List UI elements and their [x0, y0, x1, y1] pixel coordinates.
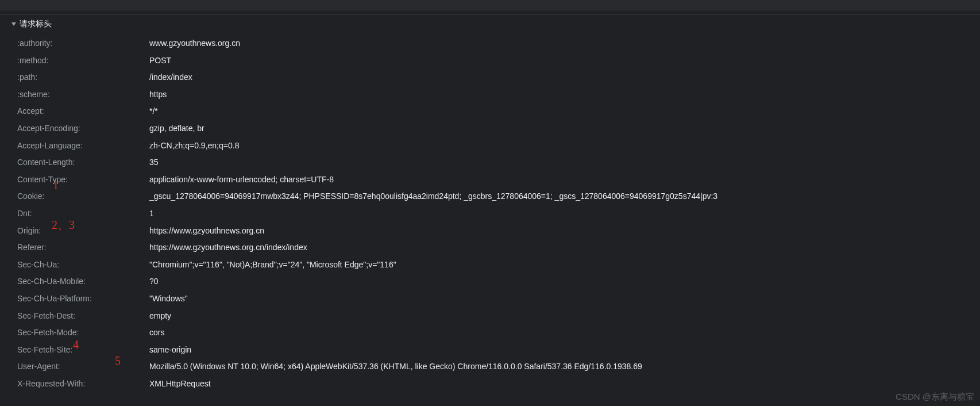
header-name: Referer: [17, 242, 149, 254]
header-value: ?0 [149, 276, 980, 288]
header-row[interactable]: Origin:https://www.gzyouthnews.org.cn [17, 223, 980, 240]
header-name: Cookie: [17, 191, 149, 202]
header-value: zh-CN,zh;q=0.9,en;q=0.8 [149, 140, 980, 152]
header-value: https://www.gzyouthnews.org.cn/index/ind… [149, 242, 980, 254]
header-name: X-Requested-With: [17, 378, 149, 390]
header-name: Sec-Fetch-Dest: [17, 311, 149, 322]
annotation-marker: 1 [53, 179, 59, 192]
header-value: XMLHttpRequest [149, 378, 980, 390]
header-row[interactable]: :authority:www.gzyouthnews.org.cn [17, 35, 980, 52]
header-value: POST [149, 55, 980, 67]
header-name: Dnt: [17, 208, 149, 220]
annotation-marker: 2、3 [52, 217, 75, 233]
header-name: Sec-Ch-Ua: [17, 259, 149, 271]
header-row[interactable]: Content-Type:application/x-www-form-urle… [17, 171, 980, 189]
header-value: gzip, deflate, br [149, 123, 980, 135]
header-value: www.gzyouthnews.org.cn [149, 38, 980, 49]
header-value: empty [149, 311, 980, 322]
header-row[interactable]: :path:/index/index [17, 69, 980, 86]
header-row[interactable]: Referer:https://www.gzyouthnews.org.cn/i… [17, 239, 980, 256]
header-value: */* [149, 106, 980, 117]
header-row[interactable]: Sec-Ch-Ua-Platform:"Windows" [17, 290, 980, 308]
header-name: Origin: [17, 225, 149, 237]
header-row[interactable]: Sec-Fetch-Dest:empty [17, 308, 980, 325]
header-value: same-origin [149, 344, 980, 356]
header-value: "Chromium";v="116", "Not)A;Brand";v="24"… [149, 259, 980, 271]
header-value: "Windows" [149, 293, 980, 305]
header-row[interactable]: X-Requested-With:XMLHttpRequest [17, 376, 980, 393]
annotation-marker: 4 [73, 338, 79, 351]
header-name: :authority: [17, 38, 149, 49]
header-row[interactable]: Dnt:1 [17, 205, 980, 223]
header-value: 1 [149, 208, 980, 220]
watermark: CSDN @东离与糖宝 [896, 392, 974, 403]
header-row[interactable]: Sec-Ch-Ua:"Chromium";v="116", "Not)A;Bra… [17, 256, 980, 274]
section-title: 请求标头 [20, 19, 52, 28]
header-row[interactable]: Sec-Ch-Ua-Mobile:?0 [17, 273, 980, 290]
header-value: application/x-www-form-urlencoded; chars… [149, 174, 980, 186]
header-row[interactable]: Cookie:_gscu_1278064006=94069917mwbx3z44… [17, 188, 980, 205]
header-name: Sec-Fetch-Site: [17, 344, 149, 356]
headers-list: :authority:www.gzyouthnews.org.cn:method… [0, 34, 980, 393]
header-name: Content-Type: [17, 174, 149, 186]
header-name: :method: [17, 55, 149, 67]
header-name: :path: [17, 72, 149, 83]
header-value: https [149, 89, 980, 101]
header-row[interactable]: User-Agent:Mozilla/5.0 (Windows NT 10.0;… [17, 358, 980, 376]
header-row[interactable]: Accept:*/* [17, 103, 980, 120]
header-name: Accept: [17, 106, 149, 117]
header-value: /index/index [149, 72, 980, 83]
header-value: cors [149, 327, 980, 339]
header-name: Sec-Ch-Ua-Platform: [17, 293, 149, 305]
header-row[interactable]: Sec-Fetch-Mode:cors [17, 324, 980, 342]
header-value: https://www.gzyouthnews.org.cn [149, 225, 980, 237]
header-row[interactable]: Content-Length:35 [17, 154, 980, 171]
header-name: Content-Length: [17, 157, 149, 168]
header-value: 35 [149, 157, 980, 168]
header-row[interactable]: Accept-Language:zh-CN,zh;q=0.9,en;q=0.8 [17, 137, 980, 155]
header-name: Sec-Fetch-Mode: [17, 327, 149, 339]
header-row[interactable]: Accept-Encoding:gzip, deflate, br [17, 120, 980, 137]
request-headers-section[interactable]: 请求标头 [0, 14, 980, 34]
header-row[interactable]: Sec-Fetch-Site:same-origin [17, 342, 980, 359]
header-value: Mozilla/5.0 (Windows NT 10.0; Win64; x64… [149, 361, 980, 373]
top-bar [0, 0, 980, 10]
header-row[interactable]: :method:POST [17, 52, 980, 70]
annotation-marker: 5 [115, 354, 121, 367]
header-name: Accept-Encoding: [17, 123, 149, 135]
header-value: _gscu_1278064006=94069917mwbx3z44; PHPSE… [149, 191, 980, 202]
header-name: :scheme: [17, 89, 149, 101]
header-row[interactable]: :scheme:https [17, 86, 980, 104]
header-name: Accept-Language: [17, 140, 149, 152]
header-name: User-Agent: [17, 361, 149, 373]
header-name: Sec-Ch-Ua-Mobile: [17, 276, 149, 288]
